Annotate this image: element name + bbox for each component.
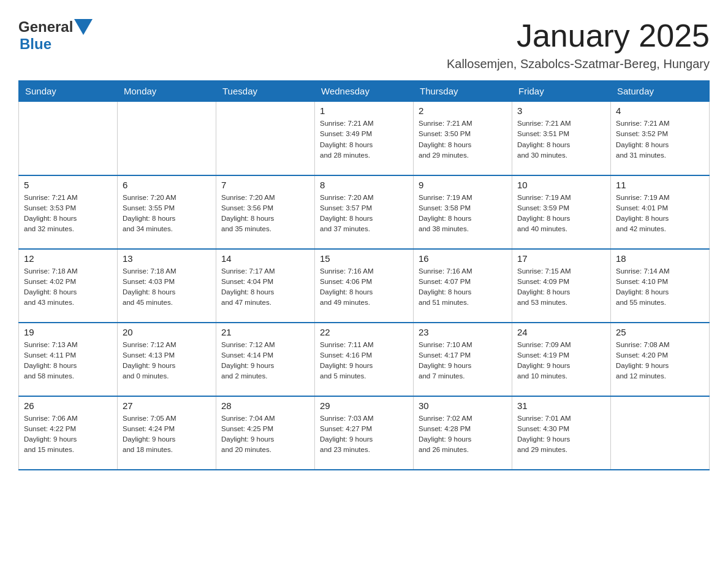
week-row-1: 1Sunrise: 7:21 AM Sunset: 3:49 PM Daylig…: [19, 102, 710, 175]
calendar-cell: 13Sunrise: 7:18 AM Sunset: 4:03 PM Dayli…: [118, 249, 216, 323]
day-info: Sunrise: 7:02 AM Sunset: 4:28 PM Dayligh…: [419, 413, 507, 456]
day-info: Sunrise: 7:12 AM Sunset: 4:13 PM Dayligh…: [123, 340, 211, 382]
day-number: 24: [517, 327, 605, 337]
day-info: Sunrise: 7:09 AM Sunset: 4:19 PM Dayligh…: [517, 340, 605, 382]
calendar-cell: 19Sunrise: 7:13 AM Sunset: 4:11 PM Dayli…: [19, 323, 118, 396]
day-number: 28: [221, 400, 309, 411]
day-number: 9: [419, 180, 507, 190]
calendar-cell: 6Sunrise: 7:20 AM Sunset: 3:55 PM Daylig…: [118, 175, 216, 249]
weekday-header-saturday: Saturday: [611, 81, 710, 102]
calendar-cell: 21Sunrise: 7:12 AM Sunset: 4:14 PM Dayli…: [216, 323, 315, 396]
calendar-cell: 1Sunrise: 7:21 AM Sunset: 3:49 PM Daylig…: [315, 102, 414, 175]
day-info: Sunrise: 7:20 AM Sunset: 3:55 PM Dayligh…: [123, 193, 211, 235]
day-info: Sunrise: 7:03 AM Sunset: 4:27 PM Dayligh…: [320, 413, 408, 456]
week-row-2: 5Sunrise: 7:21 AM Sunset: 3:53 PM Daylig…: [19, 175, 710, 249]
day-number: 6: [123, 180, 211, 190]
weekday-header-sunday: Sunday: [19, 81, 118, 102]
day-number: 2: [419, 105, 507, 116]
weekday-header-thursday: Thursday: [414, 81, 512, 102]
weekday-header-friday: Friday: [512, 81, 611, 102]
calendar-cell: 12Sunrise: 7:18 AM Sunset: 4:02 PM Dayli…: [19, 249, 118, 323]
day-number: 1: [320, 105, 408, 116]
day-number: 25: [616, 327, 704, 337]
logo-blue-text: Blue: [20, 36, 51, 52]
day-info: Sunrise: 7:19 AM Sunset: 3:59 PM Dayligh…: [517, 193, 605, 235]
day-number: 10: [517, 180, 605, 190]
day-number: 21: [221, 327, 309, 337]
calendar-cell: 3Sunrise: 7:21 AM Sunset: 3:51 PM Daylig…: [512, 102, 611, 175]
day-info: Sunrise: 7:06 AM Sunset: 4:22 PM Dayligh…: [24, 413, 112, 456]
day-number: 3: [517, 105, 605, 116]
logo-row1: General: [18, 18, 93, 36]
day-info: Sunrise: 7:11 AM Sunset: 4:16 PM Dayligh…: [320, 340, 408, 382]
day-info: Sunrise: 7:01 AM Sunset: 4:30 PM Dayligh…: [517, 413, 605, 456]
day-number: 4: [616, 105, 704, 116]
day-number: 13: [123, 253, 211, 264]
logo-arrow-icon: [74, 19, 93, 35]
day-number: 17: [517, 253, 605, 264]
logo-area: General Blue: [18, 18, 93, 53]
calendar-cell: 17Sunrise: 7:15 AM Sunset: 4:09 PM Dayli…: [512, 249, 611, 323]
calendar-cell: [611, 396, 710, 470]
calendar-cell: 18Sunrise: 7:14 AM Sunset: 4:10 PM Dayli…: [611, 249, 710, 323]
week-row-4: 19Sunrise: 7:13 AM Sunset: 4:11 PM Dayli…: [19, 323, 710, 396]
day-number: 16: [419, 253, 507, 264]
weekday-header-row: SundayMondayTuesdayWednesdayThursdayFrid…: [19, 81, 710, 102]
calendar-cell: 4Sunrise: 7:21 AM Sunset: 3:52 PM Daylig…: [611, 102, 710, 175]
calendar-cell: 30Sunrise: 7:02 AM Sunset: 4:28 PM Dayli…: [414, 396, 512, 470]
calendar-cell: 20Sunrise: 7:12 AM Sunset: 4:13 PM Dayli…: [118, 323, 216, 396]
day-number: 5: [24, 180, 112, 190]
calendar-cell: 7Sunrise: 7:20 AM Sunset: 3:56 PM Daylig…: [216, 175, 315, 249]
day-number: 18: [616, 253, 704, 264]
page-header: General Blue January 2025 Kallosemjen, S…: [18, 18, 710, 71]
day-info: Sunrise: 7:12 AM Sunset: 4:14 PM Dayligh…: [221, 340, 309, 382]
day-info: Sunrise: 7:08 AM Sunset: 4:20 PM Dayligh…: [616, 340, 704, 382]
calendar-cell: 16Sunrise: 7:16 AM Sunset: 4:07 PM Dayli…: [414, 249, 512, 323]
day-info: Sunrise: 7:21 AM Sunset: 3:50 PM Dayligh…: [419, 118, 507, 161]
calendar-cell: 25Sunrise: 7:08 AM Sunset: 4:20 PM Dayli…: [611, 323, 710, 396]
day-info: Sunrise: 7:21 AM Sunset: 3:49 PM Dayligh…: [320, 118, 408, 161]
day-info: Sunrise: 7:04 AM Sunset: 4:25 PM Dayligh…: [221, 413, 309, 456]
day-number: 12: [24, 253, 112, 264]
calendar-cell: 5Sunrise: 7:21 AM Sunset: 3:53 PM Daylig…: [19, 175, 118, 249]
weekday-header-tuesday: Tuesday: [216, 81, 315, 102]
day-info: Sunrise: 7:21 AM Sunset: 3:51 PM Dayligh…: [517, 118, 605, 161]
calendar-cell: 23Sunrise: 7:10 AM Sunset: 4:17 PM Dayli…: [414, 323, 512, 396]
calendar-cell: 14Sunrise: 7:17 AM Sunset: 4:04 PM Dayli…: [216, 249, 315, 323]
calendar-cell: 26Sunrise: 7:06 AM Sunset: 4:22 PM Dayli…: [19, 396, 118, 470]
day-info: Sunrise: 7:18 AM Sunset: 4:03 PM Dayligh…: [123, 266, 211, 308]
day-info: Sunrise: 7:19 AM Sunset: 3:58 PM Dayligh…: [419, 193, 507, 235]
day-number: 11: [616, 180, 704, 190]
calendar-cell: 28Sunrise: 7:04 AM Sunset: 4:25 PM Dayli…: [216, 396, 315, 470]
logo-general-text: General: [18, 18, 73, 36]
day-info: Sunrise: 7:13 AM Sunset: 4:11 PM Dayligh…: [24, 340, 112, 382]
calendar-cell: [216, 102, 315, 175]
logo-row2: Blue: [20, 36, 93, 53]
calendar-cell: 9Sunrise: 7:19 AM Sunset: 3:58 PM Daylig…: [414, 175, 512, 249]
day-info: Sunrise: 7:16 AM Sunset: 4:06 PM Dayligh…: [320, 266, 408, 308]
calendar-cell: [118, 102, 216, 175]
day-number: 31: [517, 400, 605, 411]
day-info: Sunrise: 7:21 AM Sunset: 3:53 PM Dayligh…: [24, 193, 112, 235]
day-number: 8: [320, 180, 408, 190]
day-number: 23: [419, 327, 507, 337]
calendar-cell: 2Sunrise: 7:21 AM Sunset: 3:50 PM Daylig…: [414, 102, 512, 175]
calendar-cell: 27Sunrise: 7:05 AM Sunset: 4:24 PM Dayli…: [118, 396, 216, 470]
day-number: 30: [419, 400, 507, 411]
day-info: Sunrise: 7:20 AM Sunset: 3:56 PM Dayligh…: [221, 193, 309, 235]
calendar: SundayMondayTuesdayWednesdayThursdayFrid…: [18, 80, 710, 470]
title-block: January 2025 Kallosemjen, Szabolcs-Szatm…: [447, 18, 710, 71]
calendar-cell: 29Sunrise: 7:03 AM Sunset: 4:27 PM Dayli…: [315, 396, 414, 470]
calendar-cell: 8Sunrise: 7:20 AM Sunset: 3:57 PM Daylig…: [315, 175, 414, 249]
day-number: 19: [24, 327, 112, 337]
day-number: 29: [320, 400, 408, 411]
week-row-5: 26Sunrise: 7:06 AM Sunset: 4:22 PM Dayli…: [19, 396, 710, 470]
day-number: 15: [320, 253, 408, 264]
day-number: 27: [123, 400, 211, 411]
calendar-cell: 15Sunrise: 7:16 AM Sunset: 4:06 PM Dayli…: [315, 249, 414, 323]
day-number: 20: [123, 327, 211, 337]
day-info: Sunrise: 7:05 AM Sunset: 4:24 PM Dayligh…: [123, 413, 211, 456]
day-number: 22: [320, 327, 408, 337]
location-subtitle: Kallosemjen, Szabolcs-Szatmar-Bereg, Hun…: [447, 57, 710, 71]
day-info: Sunrise: 7:19 AM Sunset: 4:01 PM Dayligh…: [616, 193, 704, 235]
